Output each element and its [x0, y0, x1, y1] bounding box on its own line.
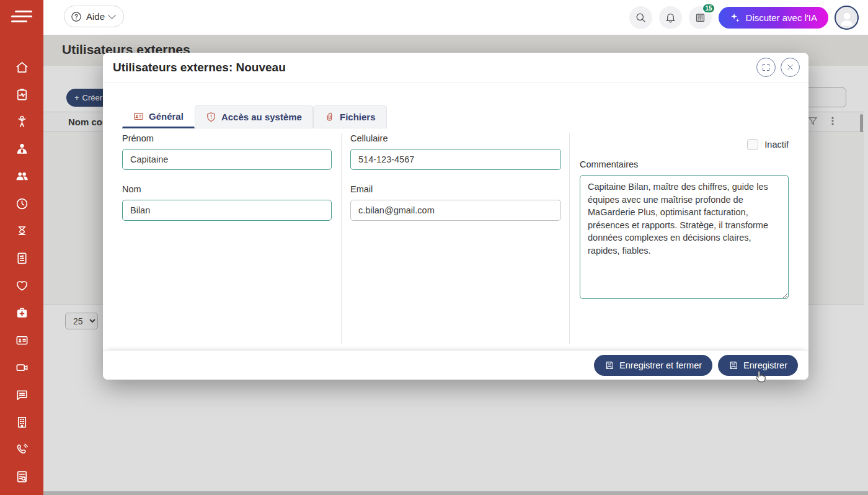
hourglass-icon	[15, 224, 29, 238]
id-card-icon	[15, 333, 29, 347]
news-icon	[694, 12, 706, 24]
clipboard-pulse-icon	[15, 87, 29, 102]
close-icon	[786, 63, 795, 72]
modal-header: Utilisateurs externes: Nouveau	[103, 53, 808, 82]
sidebar-item-contacts[interactable]	[8, 326, 35, 354]
menu-icon[interactable]	[11, 9, 32, 26]
expand-button[interactable]	[756, 58, 776, 77]
modal-title: Utilisateurs externes: Nouveau	[113, 61, 286, 74]
clock-icon	[15, 197, 29, 211]
tab-system-access[interactable]: Accès au système	[195, 105, 313, 128]
sidebar-item-facility[interactable]	[8, 408, 35, 435]
avatar[interactable]	[835, 6, 859, 30]
sidebar-item-home[interactable]	[8, 53, 35, 81]
ai-chat-button[interactable]: Discuter avec l'IA	[719, 7, 828, 29]
app-window: Aide 15 Discuter avec l'IA	[0, 0, 868, 495]
sidebar	[0, 0, 43, 495]
news-badge: 15	[702, 3, 715, 14]
tab-general[interactable]: Général	[122, 105, 195, 128]
modal-form: Prénom Nom Cellulaire Email	[103, 133, 808, 350]
column-divider	[569, 133, 570, 344]
prenom-input[interactable]	[122, 149, 332, 170]
topbar: Aide 15 Discuter avec l'IA	[43, 0, 868, 35]
home-icon	[15, 60, 29, 74]
sidebar-item-health[interactable]	[8, 272, 35, 299]
search-icon	[635, 12, 647, 24]
sidebar-item-waitlist[interactable]	[8, 217, 35, 244]
people-icon	[15, 169, 29, 184]
sparkles-icon	[730, 12, 740, 23]
first-aid-icon	[15, 306, 29, 320]
commentaires-textarea[interactable]: Capitaine Bilan, maître des chiffres, gu…	[580, 175, 789, 299]
help-button[interactable]: Aide	[64, 6, 124, 27]
email-label: Email	[350, 184, 561, 194]
column-divider	[341, 133, 342, 344]
sidebar-item-messages[interactable]	[8, 381, 35, 408]
chat-icon	[15, 388, 29, 402]
sidebar-item-cameras[interactable]	[8, 354, 35, 381]
inactif-label: Inactif	[764, 140, 789, 149]
modal-footer: Enregistrer et fermer Enregistrer	[103, 350, 808, 380]
close-button[interactable]	[781, 58, 800, 77]
sidebar-item-children[interactable]	[8, 108, 35, 135]
news-button[interactable]: 15	[689, 6, 712, 29]
building-icon	[15, 415, 29, 429]
commentaires-label: Commentaires	[580, 159, 789, 169]
modal-tabs: Général Accès au système Fichiers	[122, 105, 387, 128]
prenom-label: Prénom	[122, 133, 332, 143]
paperclip-icon	[324, 112, 335, 122]
nom-input[interactable]	[122, 200, 332, 221]
sidebar-item-first-aid[interactable]	[8, 299, 35, 326]
nom-label: Nom	[122, 184, 332, 194]
external-user-modal: Utilisateurs externes: Nouveau Général A…	[103, 53, 808, 380]
child-icon	[15, 115, 29, 129]
invoice-icon	[15, 251, 29, 265]
expand-icon	[761, 63, 771, 72]
email-input[interactable]	[350, 200, 561, 221]
ai-chat-label: Discuter avec l'IA	[746, 12, 817, 23]
save-button[interactable]: Enregistrer	[718, 355, 798, 376]
inactif-checkbox[interactable]	[747, 139, 758, 150]
shield-icon	[206, 112, 216, 122]
sidebar-nav	[8, 53, 35, 490]
heart-icon	[15, 279, 29, 293]
sidebar-item-reports[interactable]	[8, 463, 35, 490]
sidebar-item-educators[interactable]	[8, 135, 35, 163]
save-icon	[604, 360, 614, 370]
search-button[interactable]	[629, 6, 652, 29]
tab-files[interactable]: Fichiers	[313, 105, 387, 128]
sidebar-item-billing[interactable]	[8, 244, 35, 272]
cellulaire-input[interactable]	[350, 149, 561, 170]
notifications-button[interactable]	[659, 6, 682, 29]
chevron-down-icon	[108, 11, 116, 19]
save-and-close-button[interactable]: Enregistrer et fermer	[594, 355, 712, 376]
sidebar-item-schedule[interactable]	[8, 190, 35, 217]
sidebar-item-calls[interactable]	[8, 435, 35, 463]
sidebar-item-groups[interactable]	[8, 163, 35, 190]
help-label: Aide	[86, 11, 105, 22]
video-camera-icon	[15, 360, 29, 375]
cellulaire-label: Cellulaire	[350, 133, 561, 143]
phone-icon	[15, 442, 29, 457]
educator-icon	[15, 142, 29, 156]
id-card-icon	[133, 111, 144, 122]
sidebar-item-activities[interactable]	[8, 81, 35, 108]
question-icon	[71, 11, 82, 22]
bell-icon	[665, 12, 676, 24]
save-icon	[728, 360, 738, 370]
report-icon	[15, 470, 29, 484]
